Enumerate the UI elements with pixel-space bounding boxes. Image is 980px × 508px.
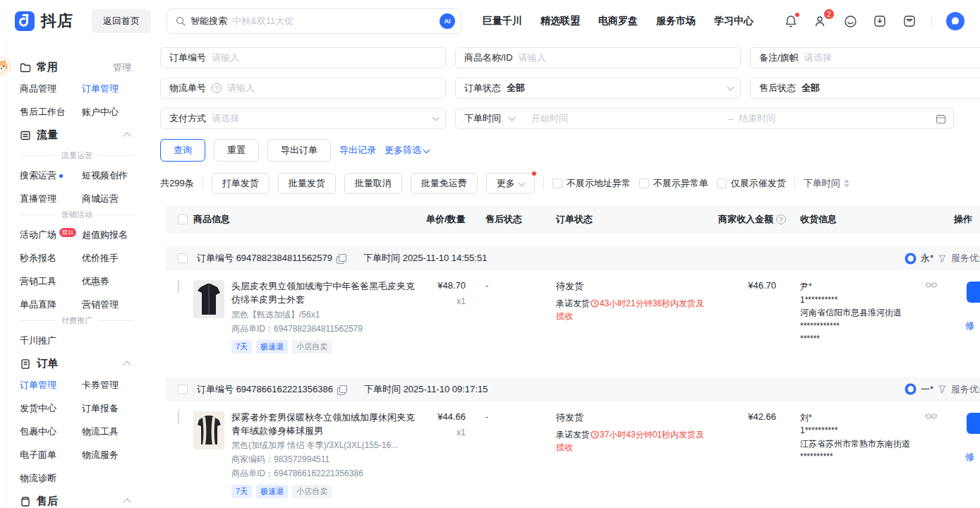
sidebar-item-youjia[interactable]: 优价推手 <box>82 252 134 265</box>
order-time-range-picker[interactable]: 下单时间 开始时间 – 结束时间 <box>455 108 954 129</box>
sidebar-item-mall-ops[interactable]: 商城运营 <box>82 193 134 205</box>
hide-address-abnormal-checkbox[interactable]: 不展示地址异常 <box>552 177 631 190</box>
modify-address-link[interactable]: 修 <box>965 320 974 332</box>
batch-free-shipping-button[interactable]: 批量免运费 <box>411 173 478 194</box>
storefront-icon[interactable] <box>902 13 917 29</box>
sidebar-section-dingdan[interactable]: 订单 <box>20 357 134 370</box>
batch-ship-button[interactable]: 批量发货 <box>278 173 336 194</box>
more-button[interactable]: 更多 <box>486 173 535 194</box>
flag-filter-icon[interactable] <box>938 385 947 394</box>
sidebar-item-chaozhigou[interactable]: 超值购报名 <box>82 229 134 241</box>
avatar[interactable] <box>946 12 964 30</box>
manage-link[interactable]: 管理 <box>113 61 134 74</box>
sidebar-item-account-center[interactable]: 账户中心 <box>82 106 134 119</box>
sidebar-item-aftersale-workbench[interactable]: 售后工作台 <box>20 106 82 119</box>
sidebar-item-qianchuan-promo[interactable]: 千川推广 <box>20 334 82 347</box>
sidebar-item-marketing-manage[interactable]: 营销管理 <box>82 298 134 311</box>
sidebar-item-package-center[interactable]: 包裹中心 <box>20 425 82 438</box>
sidebar-item-ship-center[interactable]: 发货中心 <box>20 402 82 415</box>
order-no-input[interactable]: 订单编号 请输入 <box>160 47 446 68</box>
sidebar-item-coupons[interactable]: 优惠券 <box>82 275 134 288</box>
remark-flag-select[interactable]: 备注/旗帜 请选择 <box>750 47 980 68</box>
checkbox[interactable] <box>717 179 727 188</box>
chevron-up-icon[interactable] <box>123 132 131 140</box>
sidebar-item-live-manage[interactable]: 直播管理 <box>20 193 82 205</box>
order-checkbox[interactable] <box>178 253 188 263</box>
buyer-name[interactable]: 一* <box>921 383 933 396</box>
sidebar-item-order-manage-2[interactable]: 订单管理 <box>20 379 82 392</box>
back-home-button[interactable]: 返回首页 <box>92 9 151 33</box>
row-checkbox[interactable] <box>178 279 179 293</box>
pet-assistant-icon[interactable] <box>0 56 11 76</box>
flag-filter-icon[interactable] <box>938 254 947 263</box>
nav-jingxuan-lianmeng[interactable]: 精选联盟 <box>540 15 580 28</box>
product-name-input[interactable]: 商品名称/ID 请输入 <box>455 47 741 68</box>
chat-icon[interactable] <box>905 253 917 265</box>
sidebar-item-logistics-diagnose[interactable]: 物流诊断 <box>20 472 82 485</box>
batch-cancel-button[interactable]: 批量取消 <box>344 173 402 194</box>
more-filters-link[interactable]: 更多筛选 <box>385 144 429 157</box>
order-status-select[interactable]: 订单状态 全部 <box>455 78 741 99</box>
sidebar-item-search-ops[interactable]: 搜索运营 <box>20 169 82 182</box>
chevron-up-icon[interactable] <box>123 498 131 506</box>
payment-method-select[interactable]: 支付方式 请选择 <box>160 108 446 129</box>
activity-badge: 双11 <box>59 228 76 237</box>
product-image[interactable] <box>193 280 224 318</box>
checkbox[interactable] <box>552 179 562 188</box>
buyer-name[interactable]: 永* <box>921 252 933 265</box>
select-all-checkbox[interactable] <box>178 214 188 224</box>
sidebar-section-liuliang[interactable]: 流量 <box>20 128 134 142</box>
search-bar[interactable]: 智能搜索 中秋&双11大促 AI <box>167 8 461 34</box>
help-icon[interactable]: ? <box>212 83 222 93</box>
print-ship-button[interactable]: 打单发货 <box>212 173 270 194</box>
only-urge-ship-checkbox[interactable]: 仅展示催发货 <box>717 177 786 190</box>
sidebar-item-seckill[interactable]: 秒杀报名 <box>20 252 82 265</box>
ship-button-clipped[interactable] <box>967 282 980 303</box>
sidebar-item-activity-square[interactable]: 活动广场双11 <box>20 229 82 241</box>
product-image[interactable] <box>193 411 224 449</box>
export-orders-button[interactable]: 导出订单 <box>267 139 331 162</box>
sidebar-item-video-create[interactable]: 短视频创作 <box>82 169 134 182</box>
reset-button[interactable]: 重置 <box>214 139 259 162</box>
product-title[interactable]: 头层皮衣男立领加绒海宁中年爸爸黑毛皮夹克仿绵羊皮男士外套 <box>231 280 415 307</box>
doudian-logo[interactable]: 抖店 <box>14 11 73 32</box>
income-help-icon[interactable]: ? <box>776 214 786 224</box>
modify-address-link[interactable]: 修 <box>965 451 974 464</box>
tracking-no-input[interactable]: 物流单号 ? 请输入 <box>160 78 446 99</box>
sidebar-item-order-manage[interactable]: 订单管理 <box>82 83 134 95</box>
sidebar-item-marketing-tools[interactable]: 营销工具 <box>20 275 82 288</box>
download-icon[interactable] <box>872 13 888 29</box>
checkbox[interactable] <box>639 179 649 188</box>
export-log-link[interactable]: 导出记录 <box>339 144 376 157</box>
view-privacy-icon[interactable] <box>926 413 937 419</box>
nav-qianchuan[interactable]: 巨量千川 <box>483 15 522 28</box>
query-button[interactable]: 查询 <box>160 139 205 162</box>
sidebar-item-ewaybill[interactable]: 电子面单 <box>20 449 82 461</box>
chat-icon[interactable] <box>905 383 917 395</box>
notification-bell-icon[interactable] <box>783 13 799 29</box>
sort-by-order-time[interactable]: 下单时间 <box>804 177 849 190</box>
copy-icon[interactable] <box>337 385 346 394</box>
contacts-icon[interactable]: 2 <box>813 13 828 29</box>
nav-luopan[interactable]: 电商罗盘 <box>598 15 638 28</box>
nav-service-market[interactable]: 服务市场 <box>656 15 696 28</box>
sidebar-item-product-manage[interactable]: 商品管理 <box>20 83 82 95</box>
hide-abnormal-order-checkbox[interactable]: 不展示异常单 <box>639 177 708 190</box>
row-checkbox[interactable] <box>178 411 179 424</box>
sidebar-item-price-cut[interactable]: 单品直降 <box>20 298 82 311</box>
sidebar-item-logistics-tools[interactable]: 物流工具 <box>82 425 134 438</box>
order-checkbox[interactable] <box>178 385 188 394</box>
copy-icon[interactable] <box>337 254 345 262</box>
sidebar-item-card-coupon[interactable]: 卡券管理 <box>82 379 134 392</box>
ai-assistant-icon[interactable]: AI <box>440 13 455 29</box>
sidebar-item-order-report[interactable]: 订单报备 <box>82 402 134 415</box>
view-privacy-icon[interactable] <box>926 282 937 288</box>
nav-learning-center[interactable]: 学习中心 <box>714 15 754 28</box>
sidebar-item-logistics-service[interactable]: 物流服务 <box>82 449 134 461</box>
product-title[interactable]: 探雾者外套男保暖秋冬立领加绒加厚休闲夹克青年绒款修身棒球服男 <box>231 411 415 438</box>
chevron-up-icon[interactable] <box>123 361 131 368</box>
sidebar-section-shouhou[interactable]: 售后 <box>20 495 134 508</box>
customer-service-icon[interactable] <box>842 13 858 29</box>
aftersale-status-select[interactable]: 售后状态 全部 <box>750 78 980 99</box>
ship-button-clipped[interactable] <box>967 413 980 434</box>
